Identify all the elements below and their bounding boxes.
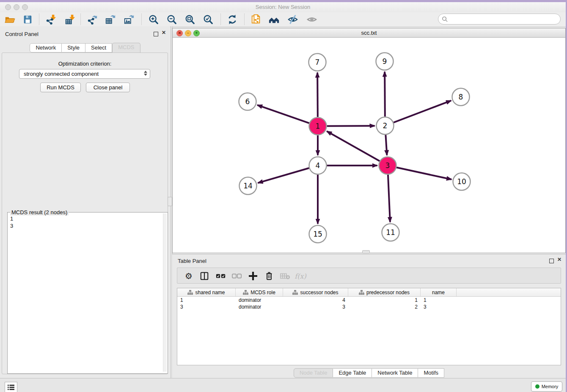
horizontal-splitter-handle[interactable] [362, 250, 370, 254]
graph-edge-3-11[interactable] [388, 174, 390, 222]
cell-shared_name[interactable]: 1 [177, 297, 236, 304]
clone-network-icon[interactable] [250, 13, 262, 26]
graph-node-7[interactable]: 7 [309, 54, 326, 71]
result-scrollbar[interactable] [163, 213, 167, 372]
criterion-dropdown[interactable]: strongly connected component [19, 69, 150, 79]
column-header-mcds_role[interactable]: MCDS role [236, 288, 283, 296]
vertical-splitter-handle[interactable] [168, 197, 172, 206]
show-hidden-icon[interactable] [306, 13, 318, 26]
export-table-icon[interactable] [104, 13, 117, 26]
graph-node-1[interactable]: 1 [309, 118, 327, 135]
cell-name[interactable]: 1 [421, 297, 457, 304]
network-close-button[interactable]: ✕ [176, 30, 183, 36]
graph-node-2[interactable]: 2 [377, 117, 394, 135]
tab-mcds[interactable]: MCDS [112, 43, 140, 53]
import-table-icon[interactable] [63, 13, 76, 26]
close-panel-button[interactable]: Close panel [86, 83, 130, 92]
graph-node-15[interactable]: 15 [309, 226, 327, 243]
cell-successor_nodes[interactable]: 3 [283, 304, 348, 310]
first-neighbors-icon[interactable] [268, 13, 281, 26]
save-session-icon[interactable] [21, 13, 34, 26]
window-minimize-button[interactable] [14, 4, 19, 10]
table-row-1[interactable]: 1dominator411 [177, 297, 561, 304]
cell-predecessor_nodes[interactable]: 1 [348, 297, 421, 304]
table-row-2[interactable]: 3dominator323 [177, 304, 561, 310]
graph-edge-1-7[interactable] [317, 72, 318, 117]
graph-edge-3-1[interactable] [327, 131, 380, 161]
svg-text:9: 9 [383, 57, 387, 66]
cell-mcds_role[interactable]: dominator [236, 304, 283, 310]
cell-predecessor_nodes[interactable]: 2 [348, 304, 421, 310]
unselect-all-columns-icon[interactable] [231, 270, 243, 282]
hierarchy-icon [359, 290, 364, 295]
tab-select[interactable]: Select [85, 43, 112, 52]
graph-edge-2-3[interactable] [385, 135, 387, 155]
tab-motifs[interactable]: Motifs [418, 368, 444, 378]
task-history-button[interactable] [5, 382, 17, 392]
select-all-columns-icon[interactable] [215, 270, 227, 282]
cell-successor_nodes[interactable]: 4 [283, 297, 348, 304]
control-panel: Control Panel ✕ NetworkStyleSelectMCDS O… [0, 26, 170, 378]
criterion-value: strongly connected component [24, 71, 99, 77]
close-table-panel-icon[interactable]: ✕ [557, 257, 561, 262]
column-header-shared_name[interactable]: shared name [177, 288, 236, 296]
zoom-in-icon[interactable] [147, 13, 160, 26]
float-table-panel-button[interactable] [549, 257, 554, 265]
graph-node-4[interactable]: 4 [309, 157, 327, 174]
import-network-icon[interactable] [44, 13, 57, 26]
network-maximize-button[interactable]: + [193, 30, 200, 36]
cell-shared_name[interactable]: 3 [177, 304, 236, 310]
graph-edge-2-8[interactable] [394, 101, 451, 123]
task-list-icon [7, 384, 15, 391]
mcds-result-text[interactable]: 1 3 [10, 215, 13, 229]
column-header-name[interactable]: name [421, 288, 457, 296]
graph-node-11[interactable]: 11 [382, 224, 399, 241]
refresh-view-icon[interactable] [226, 13, 239, 26]
close-panel-icon[interactable]: ✕ [162, 30, 166, 36]
network-window-titlebar[interactable]: ✕ − + scc.txt [173, 28, 565, 38]
graph-edge-2-9[interactable] [385, 72, 385, 116]
tab-network-table[interactable]: Network Table [372, 368, 418, 378]
column-header-successor_nodes[interactable]: successor nodes [283, 288, 348, 296]
graph-node-3[interactable]: 3 [379, 157, 396, 174]
graph-edge-1-6[interactable] [257, 105, 309, 123]
column-header-predecessor_nodes[interactable]: predecessor nodes [348, 288, 421, 296]
tab-style[interactable]: Style [62, 43, 85, 52]
tab-node-table[interactable]: Node Table [294, 368, 333, 378]
create-column-icon[interactable] [247, 270, 259, 282]
tab-edge-table[interactable]: Edge Table [333, 368, 372, 378]
graph-edge-1-2[interactable] [327, 126, 374, 126]
table-settings-gear-icon[interactable]: ⚙ [182, 270, 195, 282]
graph-node-6[interactable]: 6 [239, 93, 256, 110]
graph-node-10[interactable]: 10 [453, 173, 471, 190]
table-panel-title: Table Panel [178, 258, 206, 264]
graph-node-9[interactable]: 9 [376, 53, 394, 70]
graph-edge-4-14[interactable] [258, 168, 309, 183]
zoom-fit-icon[interactable] [184, 13, 196, 26]
tab-network[interactable]: Network [30, 43, 62, 52]
window-zoom-button[interactable] [22, 4, 28, 10]
graph-node-14[interactable]: 14 [239, 177, 257, 195]
float-panel-button[interactable] [154, 30, 158, 38]
cell-name[interactable]: 3 [421, 304, 457, 310]
zoom-selected-icon[interactable] [202, 13, 215, 26]
run-mcds-button[interactable]: Run MCDS [40, 83, 81, 92]
memory-button[interactable]: Memory [531, 381, 562, 392]
network-minimize-button[interactable]: − [185, 30, 191, 36]
hide-selected-icon[interactable] [286, 13, 299, 26]
zoom-out-icon[interactable] [165, 13, 178, 26]
search-box[interactable] [438, 14, 561, 25]
delete-column-trash-icon[interactable] [263, 270, 275, 282]
show-columns-icon[interactable] [198, 270, 211, 282]
optimization-criterion-label: Optimization criterion: [2, 61, 168, 67]
search-input[interactable] [450, 16, 560, 23]
cell-mcds_role[interactable]: dominator [236, 297, 283, 304]
network-graph-canvas[interactable]: 7968124314101511 [173, 38, 565, 253]
graph-node-8[interactable]: 8 [452, 88, 470, 106]
graph-edge-3-10[interactable] [396, 168, 451, 179]
export-network-icon[interactable] [86, 13, 99, 26]
export-image-icon[interactable] [123, 13, 135, 26]
window-close-button[interactable] [5, 4, 11, 10]
delete-table-icon [279, 270, 292, 282]
open-session-icon[interactable] [3, 13, 16, 26]
